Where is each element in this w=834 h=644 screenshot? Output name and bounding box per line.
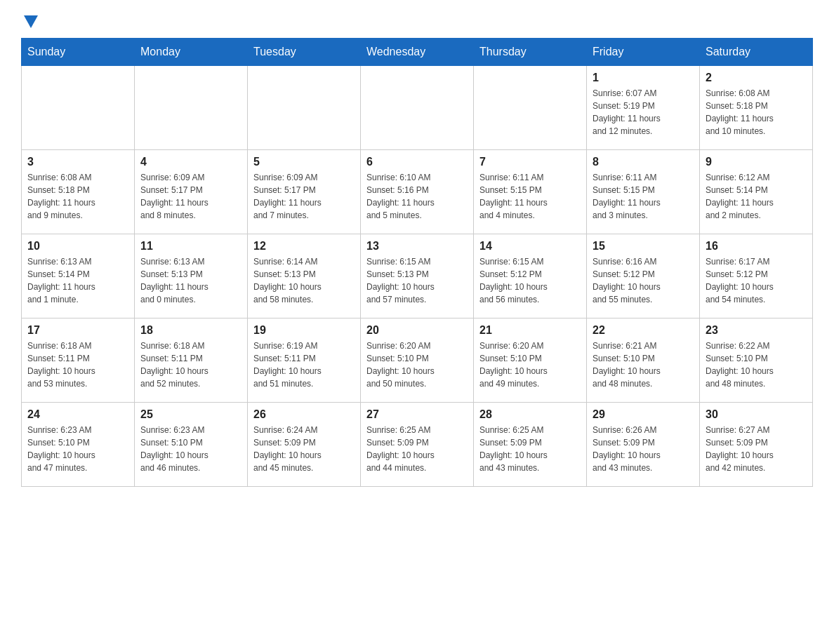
- day-number: 16: [706, 240, 807, 253]
- day-number: 28: [479, 408, 581, 421]
- day-info: Sunrise: 6:24 AMSunset: 5:09 PMDaylight:…: [253, 424, 355, 474]
- calendar-cell: 26Sunrise: 6:24 AMSunset: 5:09 PMDayligh…: [248, 403, 361, 487]
- day-info: Sunrise: 6:18 AMSunset: 5:11 PMDaylight:…: [27, 340, 128, 390]
- day-number: 24: [27, 408, 128, 421]
- weekday-header-tuesday: Tuesday: [248, 39, 361, 66]
- calendar-cell: 18Sunrise: 6:18 AMSunset: 5:11 PMDayligh…: [135, 318, 248, 403]
- day-number: 30: [706, 408, 807, 421]
- calendar-cell: 13Sunrise: 6:15 AMSunset: 5:13 PMDayligh…: [361, 234, 474, 318]
- week-row-5: 24Sunrise: 6:23 AMSunset: 5:10 PMDayligh…: [22, 403, 813, 487]
- calendar-cell: 15Sunrise: 6:16 AMSunset: 5:12 PMDayligh…: [587, 234, 700, 318]
- day-number: 15: [593, 240, 694, 253]
- calendar-cell: 12Sunrise: 6:14 AMSunset: 5:13 PMDayligh…: [248, 234, 361, 318]
- calendar-cell: [361, 66, 474, 150]
- day-info: Sunrise: 6:26 AMSunset: 5:09 PMDaylight:…: [593, 424, 694, 474]
- day-info: Sunrise: 6:08 AMSunset: 5:18 PMDaylight:…: [27, 171, 128, 222]
- calendar-cell: 22Sunrise: 6:21 AMSunset: 5:10 PMDayligh…: [587, 318, 700, 403]
- weekday-header-thursday: Thursday: [474, 39, 587, 66]
- day-info: Sunrise: 6:13 AMSunset: 5:14 PMDaylight:…: [27, 255, 128, 306]
- day-number: 20: [366, 324, 468, 337]
- day-info: Sunrise: 6:17 AMSunset: 5:12 PMDaylight:…: [706, 255, 807, 306]
- day-number: 7: [479, 156, 581, 168]
- day-number: 12: [253, 240, 355, 253]
- day-info: Sunrise: 6:25 AMSunset: 5:09 PMDaylight:…: [479, 424, 581, 474]
- day-number: 10: [27, 240, 128, 253]
- day-number: 8: [593, 156, 694, 168]
- day-number: 13: [366, 240, 468, 253]
- day-number: 26: [253, 408, 355, 421]
- day-info: Sunrise: 6:07 AMSunset: 5:19 PMDaylight:…: [593, 87, 694, 137]
- calendar-cell: 29Sunrise: 6:26 AMSunset: 5:09 PMDayligh…: [587, 403, 700, 487]
- calendar-cell: [474, 66, 587, 150]
- week-row-4: 17Sunrise: 6:18 AMSunset: 5:11 PMDayligh…: [22, 318, 813, 403]
- day-info: Sunrise: 6:19 AMSunset: 5:11 PMDaylight:…: [253, 340, 355, 390]
- calendar-cell: 2Sunrise: 6:08 AMSunset: 5:18 PMDaylight…: [700, 66, 813, 150]
- day-number: 17: [27, 324, 128, 337]
- calendar-cell: [135, 66, 248, 150]
- calendar-cell: 3Sunrise: 6:08 AMSunset: 5:18 PMDaylight…: [22, 150, 135, 234]
- day-number: 21: [479, 324, 581, 337]
- calendar-cell: 9Sunrise: 6:12 AMSunset: 5:14 PMDaylight…: [700, 150, 813, 234]
- day-info: Sunrise: 6:09 AMSunset: 5:17 PMDaylight:…: [253, 171, 355, 222]
- day-number: 25: [140, 408, 241, 421]
- calendar-table: SundayMondayTuesdayWednesdayThursdayFrid…: [21, 38, 813, 487]
- day-number: 9: [706, 156, 807, 168]
- day-info: Sunrise: 6:16 AMSunset: 5:12 PMDaylight:…: [593, 255, 694, 306]
- day-info: Sunrise: 6:11 AMSunset: 5:15 PMDaylight:…: [593, 171, 694, 222]
- day-info: Sunrise: 6:20 AMSunset: 5:10 PMDaylight:…: [366, 340, 468, 390]
- calendar-cell: 14Sunrise: 6:15 AMSunset: 5:12 PMDayligh…: [474, 234, 587, 318]
- day-number: 4: [140, 156, 241, 168]
- calendar-cell: 1Sunrise: 6:07 AMSunset: 5:19 PMDaylight…: [587, 66, 700, 150]
- day-info: Sunrise: 6:12 AMSunset: 5:14 PMDaylight:…: [706, 171, 807, 222]
- calendar-cell: 5Sunrise: 6:09 AMSunset: 5:17 PMDaylight…: [248, 150, 361, 234]
- day-info: Sunrise: 6:10 AMSunset: 5:16 PMDaylight:…: [366, 171, 468, 222]
- calendar-cell: 28Sunrise: 6:25 AMSunset: 5:09 PMDayligh…: [474, 403, 587, 487]
- calendar-cell: 21Sunrise: 6:20 AMSunset: 5:10 PMDayligh…: [474, 318, 587, 403]
- day-info: Sunrise: 6:27 AMSunset: 5:09 PMDaylight:…: [706, 424, 807, 474]
- day-number: 18: [140, 324, 241, 337]
- calendar-cell: 8Sunrise: 6:11 AMSunset: 5:15 PMDaylight…: [587, 150, 700, 234]
- weekday-header-saturday: Saturday: [700, 39, 813, 66]
- week-row-2: 3Sunrise: 6:08 AMSunset: 5:18 PMDaylight…: [22, 150, 813, 234]
- day-info: Sunrise: 6:20 AMSunset: 5:10 PMDaylight:…: [479, 340, 581, 390]
- day-number: 11: [140, 240, 241, 253]
- week-row-1: 1Sunrise: 6:07 AMSunset: 5:19 PMDaylight…: [22, 66, 813, 150]
- weekday-header-friday: Friday: [587, 39, 700, 66]
- calendar-cell: 6Sunrise: 6:10 AMSunset: 5:16 PMDaylight…: [361, 150, 474, 234]
- calendar-cell: [248, 66, 361, 150]
- day-info: Sunrise: 6:13 AMSunset: 5:13 PMDaylight:…: [140, 255, 241, 306]
- calendar-cell: 25Sunrise: 6:23 AMSunset: 5:10 PMDayligh…: [135, 403, 248, 487]
- calendar-cell: 4Sunrise: 6:09 AMSunset: 5:17 PMDaylight…: [135, 150, 248, 234]
- day-number: 27: [366, 408, 468, 421]
- page-header: [21, 14, 813, 31]
- calendar-cell: 19Sunrise: 6:19 AMSunset: 5:11 PMDayligh…: [248, 318, 361, 403]
- weekday-header-sunday: Sunday: [22, 39, 135, 66]
- day-number: 6: [366, 156, 468, 168]
- logo-triangle-icon: [24, 15, 38, 28]
- day-info: Sunrise: 6:11 AMSunset: 5:15 PMDaylight:…: [479, 171, 581, 222]
- day-number: 19: [253, 324, 355, 337]
- day-info: Sunrise: 6:08 AMSunset: 5:18 PMDaylight:…: [706, 87, 807, 137]
- day-info: Sunrise: 6:15 AMSunset: 5:13 PMDaylight:…: [366, 255, 468, 306]
- day-number: 23: [706, 324, 807, 337]
- day-info: Sunrise: 6:21 AMSunset: 5:10 PMDaylight:…: [593, 340, 694, 390]
- day-number: 3: [27, 156, 128, 168]
- day-info: Sunrise: 6:23 AMSunset: 5:10 PMDaylight:…: [140, 424, 241, 474]
- day-info: Sunrise: 6:22 AMSunset: 5:10 PMDaylight:…: [706, 340, 807, 390]
- day-number: 29: [593, 408, 694, 421]
- calendar-cell: 16Sunrise: 6:17 AMSunset: 5:12 PMDayligh…: [700, 234, 813, 318]
- day-number: 2: [706, 72, 807, 84]
- logo: [21, 14, 38, 31]
- day-number: 22: [593, 324, 694, 337]
- weekday-header-row: SundayMondayTuesdayWednesdayThursdayFrid…: [22, 39, 813, 66]
- weekday-header-wednesday: Wednesday: [361, 39, 474, 66]
- calendar-cell: 27Sunrise: 6:25 AMSunset: 5:09 PMDayligh…: [361, 403, 474, 487]
- day-info: Sunrise: 6:09 AMSunset: 5:17 PMDaylight:…: [140, 171, 241, 222]
- day-number: 1: [593, 72, 694, 84]
- day-info: Sunrise: 6:18 AMSunset: 5:11 PMDaylight:…: [140, 340, 241, 390]
- weekday-header-monday: Monday: [135, 39, 248, 66]
- day-info: Sunrise: 6:25 AMSunset: 5:09 PMDaylight:…: [366, 424, 468, 474]
- day-info: Sunrise: 6:23 AMSunset: 5:10 PMDaylight:…: [27, 424, 128, 474]
- calendar-cell: 17Sunrise: 6:18 AMSunset: 5:11 PMDayligh…: [22, 318, 135, 403]
- day-number: 14: [479, 240, 581, 253]
